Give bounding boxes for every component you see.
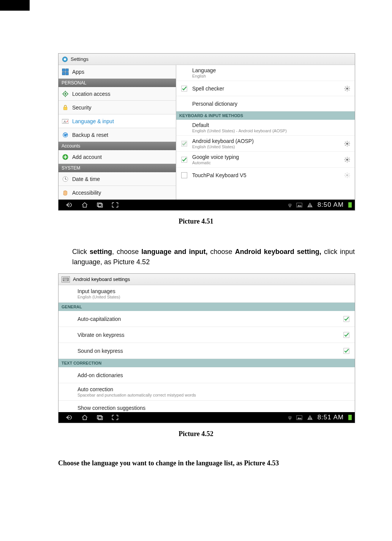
- detail-item-personal-dictionary[interactable]: Personal dictionary: [176, 96, 355, 111]
- svg-rect-3: [66, 69, 68, 71]
- detail-item-touchpal[interactable]: TouchPal Keyboard V5: [176, 168, 355, 183]
- item-subtitle: English (United States): [192, 144, 343, 149]
- sidebar-item-label: Language & input: [72, 118, 114, 124]
- sidebar-item-add-account[interactable]: Add account: [58, 150, 176, 164]
- recent-apps-icon[interactable]: [96, 202, 103, 208]
- home-icon[interactable]: [81, 202, 88, 208]
- item-title: TouchPal Keyboard V5: [192, 172, 343, 178]
- item-title: Personal dictionary: [192, 101, 351, 107]
- kb-item-sound[interactable]: Sound on keypress: [58, 343, 355, 359]
- svg-rect-31: [345, 89, 346, 90]
- home-icon[interactable]: [81, 414, 88, 420]
- svg-rect-69: [65, 278, 66, 279]
- recent-apps-icon[interactable]: [96, 414, 103, 420]
- settings-detail-pane: Language English Spell checker Personal: [176, 65, 355, 200]
- svg-rect-70: [66, 278, 67, 279]
- detail-item-android-keyboard[interactable]: Android keyboard (AOSP) English (United …: [176, 136, 355, 152]
- language-icon: A: [62, 117, 69, 125]
- svg-rect-75: [66, 279, 67, 280]
- item-subtitle: English (United States): [77, 295, 352, 299]
- svg-rect-46: [345, 159, 346, 160]
- checkbox-checked-icon[interactable]: [343, 332, 352, 338]
- svg-rect-5: [66, 72, 68, 75]
- status-bar: ψ 8:50 AM: [58, 200, 355, 210]
- kb-item-auto-capitalization[interactable]: Auto-capitalization: [58, 311, 355, 327]
- back-icon[interactable]: [65, 202, 73, 208]
- item-title: Add-on dictionaries: [77, 372, 352, 378]
- svg-rect-37: [349, 143, 350, 144]
- svg-rect-30: [348, 86, 349, 87]
- kb-item-auto-correction[interactable]: Auto correction Spacebar and punctuation…: [58, 383, 355, 401]
- location-icon: [62, 90, 69, 98]
- item-title: Language: [192, 67, 351, 73]
- checkbox-checked-icon[interactable]: [343, 316, 352, 322]
- svg-rect-64: [310, 204, 310, 206]
- sidebar-item-datetime[interactable]: Date & time: [58, 172, 176, 186]
- sidebar-item-accessibility[interactable]: Accessibility: [58, 186, 176, 200]
- item-subtitle: English (United States) - Android keyboa…: [192, 129, 351, 133]
- detail-item-spellchecker[interactable]: Spell checker: [176, 81, 355, 96]
- usb-icon: ψ: [288, 415, 292, 420]
- svg-rect-34: [347, 141, 347, 142]
- kb-item-show-suggestions[interactable]: Show correction suggestions: [58, 401, 355, 412]
- svg-rect-55: [345, 175, 346, 175]
- detail-item-language[interactable]: Language English: [176, 65, 355, 81]
- battery-icon: [348, 415, 352, 420]
- screenshot-icon[interactable]: [112, 202, 119, 208]
- checkbox-checked-icon[interactable]: [180, 86, 188, 92]
- sidebar-item-label: Date & time: [72, 176, 100, 182]
- picture-icon: [296, 415, 302, 420]
- svg-rect-73: [64, 279, 65, 280]
- usb-icon: ψ: [288, 202, 292, 208]
- back-icon[interactable]: [65, 415, 73, 420]
- item-title: Default: [192, 122, 351, 128]
- checkbox-checked-icon[interactable]: [343, 348, 352, 354]
- gear-icon[interactable]: [343, 141, 351, 147]
- svg-point-1: [64, 58, 66, 60]
- item-title: Input languages: [77, 288, 352, 294]
- item-title: Android keyboard (AOSP): [192, 138, 343, 144]
- sidebar-item-security[interactable]: Security: [58, 101, 176, 114]
- kb-item-vibrate[interactable]: Vibrate on keypress: [58, 327, 355, 343]
- add-icon: [62, 153, 69, 161]
- detail-item-google-voice[interactable]: Google voice typing Automatic: [176, 152, 355, 168]
- gear-icon[interactable]: [343, 86, 351, 92]
- battery-icon: [348, 202, 352, 208]
- kb-item-input-languages[interactable]: Input languages English (United States): [58, 285, 355, 303]
- svg-rect-38: [345, 141, 346, 143]
- sidebar-item-language-input[interactable]: A Language & input: [58, 114, 176, 128]
- svg-rect-59: [348, 173, 349, 175]
- gear-icon[interactable]: [343, 172, 351, 178]
- figure-caption-2: Picture 4.52: [0, 430, 392, 438]
- svg-rect-27: [349, 88, 350, 89]
- svg-rect-61: [97, 203, 101, 206]
- detail-item-default[interactable]: Default English (United States) - Androi…: [176, 120, 355, 136]
- checkbox-empty-icon[interactable]: [180, 172, 188, 178]
- sidebar-item-label: Apps: [72, 69, 84, 75]
- kb-item-addon-dictionaries[interactable]: Add-on dictionaries: [58, 367, 355, 383]
- svg-rect-82: [98, 416, 103, 420]
- sidebar-item-backup-reset[interactable]: Backup & reset: [58, 128, 176, 142]
- svg-rect-68: [64, 278, 65, 279]
- svg-rect-25: [347, 90, 347, 91]
- svg-rect-51: [345, 160, 346, 162]
- figure-caption-1: Picture 4.51: [0, 217, 392, 225]
- svg-text:A: A: [64, 119, 66, 123]
- svg-rect-81: [97, 416, 101, 419]
- item-subtitle: Automatic: [192, 160, 343, 165]
- svg-rect-39: [348, 144, 349, 146]
- svg-rect-67: [63, 278, 64, 279]
- checkbox-checked-icon[interactable]: [180, 157, 188, 163]
- item-title: Sound on keypress: [77, 348, 343, 354]
- settings-icon: [62, 56, 68, 63]
- gear-icon[interactable]: [343, 157, 351, 163]
- sidebar-item-location[interactable]: Location access: [58, 87, 176, 101]
- svg-rect-62: [98, 204, 103, 207]
- screenshot-icon[interactable]: [112, 414, 119, 420]
- sidebar-item-apps[interactable]: Apps: [58, 65, 176, 79]
- sidebar-item-label: Add account: [72, 154, 102, 160]
- svg-rect-74: [65, 279, 66, 280]
- sidebar-category-system: SYSTEM: [58, 164, 176, 172]
- item-subtitle: English: [192, 74, 351, 78]
- detail-category-keyboard: KEYBOARD & INPUT METHODS: [176, 111, 355, 120]
